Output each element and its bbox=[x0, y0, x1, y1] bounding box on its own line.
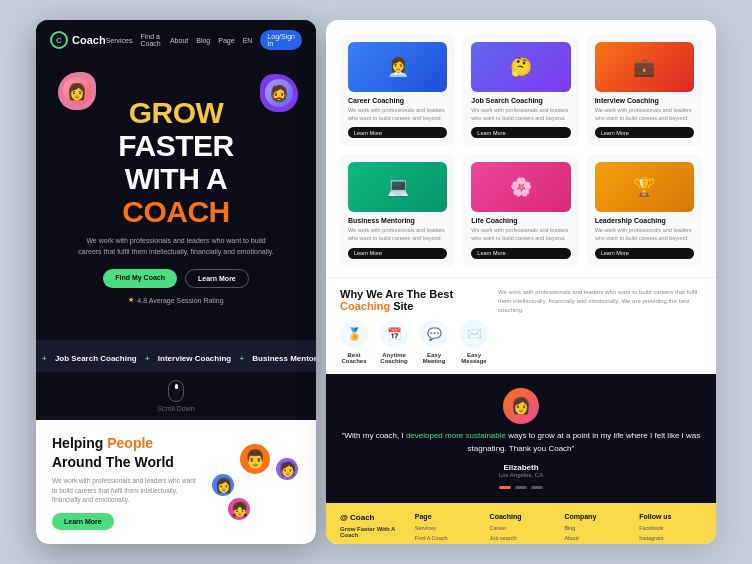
footer-brand: @ Coach bbox=[340, 513, 403, 522]
why-title: Why We Are The Best Coaching Site bbox=[340, 288, 488, 312]
card-title-0: Career Coaching bbox=[348, 97, 447, 104]
feature-icon-3: ✉️ bbox=[460, 320, 488, 348]
card-btn-5[interactable]: Learn More bbox=[595, 248, 694, 259]
feature-icon-0: 🏅 bbox=[340, 320, 368, 348]
hero-title: GROW FASTER WITH A COACH bbox=[118, 96, 233, 228]
right-panel: 👩‍💼 Career Coaching We work with profess… bbox=[326, 20, 716, 544]
why-feature-0: 🏅 Best Coaches bbox=[340, 320, 368, 364]
learn-more-button[interactable]: Learn More bbox=[185, 269, 249, 288]
card-title-4: Life Coaching bbox=[471, 217, 570, 224]
footer-col-title-2: Company bbox=[564, 513, 627, 520]
card-desc-3: We work with professionals and leaders w… bbox=[348, 227, 447, 242]
scroll-icon bbox=[168, 380, 184, 402]
coaching-card-3: 💻 Business Mentoring We work with profes… bbox=[340, 154, 455, 266]
coaching-card-1: 🤔 Job Search Coaching We work with profe… bbox=[463, 34, 578, 146]
ticker-item-3: Business Mentoring bbox=[252, 354, 316, 363]
footer-brand-col: @ Coach Grow Faster With A Coach Find A … bbox=[340, 513, 403, 544]
logo[interactable]: C Coach bbox=[50, 31, 106, 49]
avatar-top-right: 🧔 bbox=[260, 74, 298, 112]
card-btn-4[interactable]: Learn More bbox=[471, 248, 570, 259]
card-image-4: 🌸 bbox=[471, 162, 570, 212]
card-image-1: 🤔 bbox=[471, 42, 570, 92]
footer-item-0-0: Services bbox=[415, 524, 478, 534]
why-description: We work with professionals and leaders w… bbox=[498, 288, 702, 364]
feature-label-3: Easy Message bbox=[460, 352, 488, 364]
ticker-dot-3: + bbox=[239, 354, 244, 363]
hero-section: 👩 🧔 GROW FASTER WITH A COACH We work wit… bbox=[36, 60, 316, 340]
nav-about[interactable]: About bbox=[170, 37, 188, 44]
card-person-emoji-4: 🌸 bbox=[471, 162, 570, 212]
helping-section: Helping People Around The World We work … bbox=[36, 420, 316, 544]
card-image-2: 💼 bbox=[595, 42, 694, 92]
footer-col-0: PageServicesFind A CoachAboutBlogLeaders… bbox=[415, 513, 478, 544]
testimonial-quote: "With my coach, I developed more sustain… bbox=[340, 430, 702, 456]
helping-avatar-2: 👩 bbox=[210, 472, 236, 498]
why-left: Why We Are The Best Coaching Site 🏅 Best… bbox=[340, 288, 488, 364]
card-person-emoji-2: 💼 bbox=[595, 42, 694, 92]
feature-label-0: Best Coaches bbox=[340, 352, 368, 364]
card-desc-4: We work with professionals and leaders w… bbox=[471, 227, 570, 242]
nav-links: Services Find a Coach About Blog Page EN… bbox=[106, 30, 302, 50]
ticker-item-1: Job Search Coaching bbox=[55, 354, 137, 363]
dot-3[interactable] bbox=[531, 486, 543, 489]
card-person-emoji-1: 🤔 bbox=[471, 42, 570, 92]
testimonial-dots bbox=[340, 486, 702, 489]
author-name: Elizabeth bbox=[340, 463, 702, 472]
card-btn-0[interactable]: Learn More bbox=[348, 127, 447, 138]
footer-tagline: Grow Faster With A Coach bbox=[340, 526, 403, 538]
ticker-text: + Job Search Coaching + Interview Coachi… bbox=[36, 354, 316, 363]
nav-blog[interactable]: Blog bbox=[196, 37, 210, 44]
testimonial-avatar-emoji: 👩 bbox=[511, 396, 531, 415]
footer-col-title-3: Follow us bbox=[639, 513, 702, 520]
card-image-5: 🏆 bbox=[595, 162, 694, 212]
ticker-dot: + bbox=[42, 354, 47, 363]
why-features: 🏅 Best Coaches 📅 Anytime Coaching 💬 Easy… bbox=[340, 320, 488, 364]
ticker-dot-2: + bbox=[145, 354, 150, 363]
helping-avatar-4: 🧑 bbox=[274, 456, 300, 482]
footer-item-3-0: Facebook bbox=[639, 524, 702, 534]
card-btn-3[interactable]: Learn More bbox=[348, 248, 447, 259]
helping-learn-more-button[interactable]: Learn More bbox=[52, 513, 114, 530]
helping-avatar-3: 👧 bbox=[226, 496, 252, 522]
coaching-card-2: 💼 Interview Coaching We work with profes… bbox=[587, 34, 702, 146]
nav-services[interactable]: Services bbox=[106, 37, 133, 44]
dot-2[interactable] bbox=[515, 486, 527, 489]
hero-subtitle: We work with professionals and leaders w… bbox=[76, 236, 276, 257]
coaching-card-5: 🏆 Leadership Coaching We work with profe… bbox=[587, 154, 702, 266]
nav-page[interactable]: Page bbox=[218, 37, 234, 44]
card-image-3: 💻 bbox=[348, 162, 447, 212]
find-coach-button[interactable]: Find My Coach bbox=[103, 269, 177, 288]
helping-title: Helping People Around The World bbox=[52, 434, 200, 470]
footer-item-2-1: About bbox=[564, 534, 627, 544]
card-image-0: 👩‍💼 bbox=[348, 42, 447, 92]
nav-find-coach[interactable]: Find a Coach bbox=[140, 33, 161, 47]
ticker-item-2: Interview Coaching bbox=[158, 354, 231, 363]
card-desc-2: We work with professionals and leaders w… bbox=[595, 107, 694, 122]
login-button[interactable]: Log/Sign In bbox=[260, 30, 302, 50]
footer-col-2: CompanyBlogAboutBlogPress bbox=[564, 513, 627, 544]
card-title-3: Business Mentoring bbox=[348, 217, 447, 224]
left-panel: C Coach Services Find a Coach About Blog… bbox=[36, 20, 316, 544]
rating-display: ★ 4.8 Average Session Rating bbox=[128, 296, 223, 304]
footer-item-1-0: Career bbox=[490, 524, 553, 534]
dot-1[interactable] bbox=[499, 486, 511, 489]
card-desc-1: We work with professionals and leaders w… bbox=[471, 107, 570, 122]
feature-label-1: Anytime Coaching bbox=[380, 352, 408, 364]
card-btn-1[interactable]: Learn More bbox=[471, 127, 570, 138]
card-desc-5: We work with professionals and leaders w… bbox=[595, 227, 694, 242]
scroll-dot bbox=[175, 384, 178, 389]
footer-col-1: CoachingCareerJob searchInterviewLifePre… bbox=[490, 513, 553, 544]
logo-icon: C bbox=[50, 31, 68, 49]
helping-subtitle: We work with professionals and leaders w… bbox=[52, 476, 200, 505]
footer-col-title-0: Page bbox=[415, 513, 478, 520]
card-btn-2[interactable]: Learn More bbox=[595, 127, 694, 138]
footer-col-title-1: Coaching bbox=[490, 513, 553, 520]
card-title-1: Job Search Coaching bbox=[471, 97, 570, 104]
coaching-grid: 👩‍💼 Career Coaching We work with profess… bbox=[340, 34, 702, 267]
language-selector[interactable]: EN bbox=[243, 37, 253, 44]
hero-buttons: Find My Coach Learn More bbox=[103, 269, 249, 288]
card-title-5: Leadership Coaching bbox=[595, 217, 694, 224]
footer-item-0-1: Find A Coach bbox=[415, 534, 478, 544]
feature-icon-1: 📅 bbox=[380, 320, 408, 348]
card-person-emoji-3: 💻 bbox=[348, 162, 447, 212]
